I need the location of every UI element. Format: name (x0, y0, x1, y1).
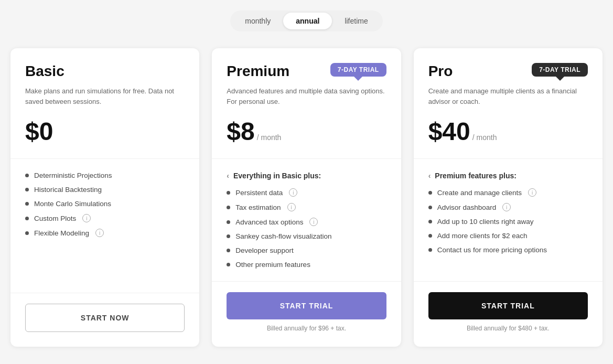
plan-features-basic: Deterministic ProjectionsHistorical Back… (10, 159, 199, 293)
plan-price-pro: $40/ month (428, 117, 588, 146)
info-icon-basic-3[interactable]: i (82, 214, 91, 222)
info-icon-premium-1[interactable]: i (287, 203, 296, 211)
feature-item-pro-0: Create and manage clientsi (428, 188, 588, 197)
trial-badge-pro: 7-DAY TRIAL (532, 63, 588, 77)
plan-description-basic: Make plans and run simulations for free.… (25, 86, 185, 106)
feature-label-premium-0: Persistent data (235, 189, 283, 197)
price-amount-premium: $8 (227, 117, 254, 146)
feature-label-pro-3: Add more clients for $2 each (437, 232, 528, 240)
feature-label-premium-3: Sankey cash-flow visualization (235, 232, 331, 240)
plan-description-pro: Create and manage multiple clients as a … (428, 86, 588, 106)
feature-label-pro-0: Create and manage clients (437, 189, 522, 197)
feature-dot-premium-0 (227, 191, 230, 195)
feature-label-premium-4: Developer support (235, 247, 293, 254)
feature-dot-premium-1 (227, 206, 230, 209)
toggle-lifetime[interactable]: lifetime (332, 13, 380, 29)
plans-container: BasicMake plans and run simulations for … (10, 48, 603, 347)
feature-item-basic-2: Monte Carlo Simulations (25, 200, 185, 208)
feature-label-basic-4: Flexible Modeling (34, 229, 89, 237)
info-icon-premium-2[interactable]: i (309, 218, 318, 226)
plan-name-pro: Pro (428, 63, 453, 80)
plan-top-basic: BasicMake plans and run simulations for … (10, 48, 199, 158)
feature-item-premium-2: Advanced tax optionsi (227, 218, 386, 226)
feature-label-basic-0: Deterministic Projections (34, 172, 112, 179)
plan-features-pro: ‹Premium features plus:Create and manage… (414, 159, 603, 281)
chevron-icon-premium: ‹ (227, 172, 229, 180)
feature-item-premium-0: Persistent datai (227, 188, 386, 197)
plan-name-row-basic: Basic (25, 63, 185, 80)
feature-dot-pro-4 (428, 248, 432, 252)
feature-label-pro-4: Contact us for more pricing options (437, 246, 547, 254)
feature-item-premium-1: Tax estimationi (227, 203, 386, 211)
feature-list-pro: Create and manage clientsiAdvisor dashbo… (428, 188, 588, 254)
feature-item-pro-1: Advisor dashboardi (428, 203, 588, 211)
plan-card-pro: Pro7-DAY TRIALCreate and manage multiple… (414, 48, 603, 347)
feature-dot-basic-4 (25, 231, 29, 235)
toggle-group: monthly annual lifetime (230, 10, 383, 31)
cta-button-pro[interactable]: START TRIAL (428, 292, 588, 319)
feature-item-premium-5: Other premium features (227, 261, 386, 269)
feature-item-premium-3: Sankey cash-flow visualization (227, 232, 386, 240)
plan-price-premium: $8/ month (227, 117, 386, 146)
plan-name-row-premium: Premium7-DAY TRIAL (227, 63, 386, 80)
price-amount-pro: $40 (428, 117, 470, 146)
feature-item-pro-3: Add more clients for $2 each (428, 232, 588, 240)
feature-dot-premium-5 (227, 263, 230, 266)
feature-dot-premium-4 (227, 249, 230, 252)
feature-dot-pro-0 (428, 191, 432, 195)
feature-label-pro-2: Add up to 10 clients right away (437, 218, 534, 226)
features-header-text-premium: Everything in Basic plus: (233, 172, 321, 180)
chevron-icon-pro: ‹ (428, 172, 431, 180)
feature-item-basic-0: Deterministic Projections (25, 172, 185, 179)
feature-label-basic-3: Custom Plots (34, 215, 76, 222)
plan-name-row-pro: Pro7-DAY TRIAL (428, 63, 588, 80)
features-header-pro: ‹Premium features plus: (428, 172, 588, 180)
cta-button-basic[interactable]: START NOW (25, 304, 185, 332)
cta-button-premium[interactable]: START TRIAL (227, 292, 386, 319)
plan-cta-pro: START TRIALBilled annually for $480 + ta… (414, 282, 603, 347)
feature-item-premium-4: Developer support (227, 247, 386, 254)
feature-item-pro-4: Contact us for more pricing options (428, 246, 588, 254)
plan-card-premium: Premium7-DAY TRIALAdvanced features and … (212, 48, 401, 347)
feature-dot-basic-2 (25, 202, 29, 206)
feature-item-pro-2: Add up to 10 clients right away (428, 218, 588, 226)
feature-item-basic-3: Custom Plotsi (25, 214, 185, 222)
feature-dot-premium-3 (227, 234, 230, 238)
plan-features-premium: ‹Everything in Basic plus:Persistent dat… (212, 159, 401, 281)
feature-dot-basic-0 (25, 174, 29, 177)
feature-label-premium-1: Tax estimation (235, 204, 281, 211)
plan-cta-basic: START NOW (10, 293, 199, 347)
plan-card-basic: BasicMake plans and run simulations for … (10, 48, 199, 347)
toggle-annual[interactable]: annual (283, 13, 332, 29)
info-icon-pro-1[interactable]: i (502, 203, 511, 211)
plan-name-premium: Premium (227, 63, 289, 80)
feature-dot-basic-3 (25, 217, 29, 220)
price-period-pro: / month (472, 133, 497, 142)
info-icon-premium-0[interactable]: i (289, 188, 297, 197)
plan-price-basic: $0 (25, 117, 185, 146)
billing-note-pro: Billed annually for $480 + tax. (467, 325, 550, 332)
plan-description-premium: Advanced features and multiple data savi… (227, 86, 386, 106)
feature-dot-premium-2 (227, 220, 230, 224)
feature-list-basic: Deterministic ProjectionsHistorical Back… (25, 172, 185, 237)
features-header-text-pro: Premium features plus: (435, 172, 517, 180)
plan-top-premium: Premium7-DAY TRIALAdvanced features and … (212, 48, 401, 158)
info-icon-pro-0[interactable]: i (528, 188, 536, 197)
plan-top-pro: Pro7-DAY TRIALCreate and manage multiple… (414, 48, 603, 158)
info-icon-basic-4[interactable]: i (95, 229, 104, 237)
feature-list-premium: Persistent dataiTax estimationiAdvanced … (227, 188, 386, 269)
billing-note-premium: Billed annually for $96 + tax. (267, 325, 346, 332)
feature-item-basic-4: Flexible Modelingi (25, 229, 185, 237)
feature-item-basic-1: Historical Backtesting (25, 186, 185, 194)
trial-badge-premium: 7-DAY TRIAL (330, 63, 386, 77)
plan-cta-premium: START TRIALBilled annually for $96 + tax… (212, 282, 401, 347)
feature-label-pro-1: Advisor dashboard (437, 204, 497, 211)
feature-label-basic-2: Monte Carlo Simulations (34, 200, 111, 208)
features-header-premium: ‹Everything in Basic plus: (227, 172, 386, 180)
billing-toggle: monthly annual lifetime (10, 10, 603, 31)
plan-name-basic: Basic (25, 63, 64, 80)
toggle-monthly[interactable]: monthly (232, 13, 283, 29)
price-period-premium: / month (257, 133, 282, 142)
feature-dot-pro-2 (428, 220, 432, 223)
feature-dot-pro-1 (428, 206, 432, 209)
